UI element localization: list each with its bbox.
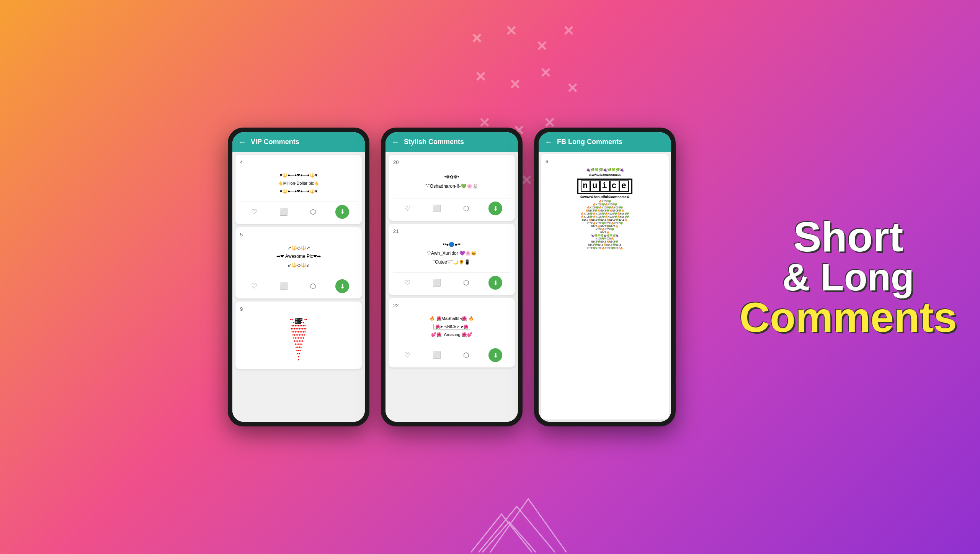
cross-decoration: ✕ (505, 23, 517, 39)
copy-btn-4[interactable]: ⬜ (276, 206, 291, 218)
stylish-header: ← Stylish Comments (385, 132, 518, 152)
card-number-4: 4 (240, 159, 357, 165)
promo-text-container: Short & Long Comments (740, 216, 957, 338)
cross-decoration: ✕ (563, 23, 574, 39)
card-22-content: 🔥-🌺MaShall𝔄н🌺-🔥 🌺➤-≺NICE≻-➤🌺 💕🌺- Amazing… (393, 311, 510, 342)
download-btn-21[interactable]: ⬇ (488, 276, 502, 290)
card-4-content: ♥️🔱●—●❤●—●🔱♥️ 👆Million-Dollar pic👆 ♥️🔱●—… (240, 168, 357, 198)
back-arrow-vip[interactable]: ← (238, 138, 246, 146)
vip-card-9: 9 ◆◆ Nice ◆◆ ◆Pic◆◆ ◆◆◆◆◆◆◆◆◆ ◆◆◆◆◆◆◆◆◆◆… (235, 302, 362, 369)
like-btn-20[interactable]: ♡ (401, 203, 413, 214)
card-number-22: 22 (393, 303, 510, 308)
cross-decoration: ✕ (540, 65, 551, 81)
card-5-content: ↗🔱◇🔱↗ ➡❤ Awesome Pic❤➡ ↙🔱◇🔱↙ (240, 241, 357, 273)
card-20-content: •❁✿❁• ˘·˘Oshadharon-!!-💚🌸🐰 (393, 168, 510, 195)
card-number-5: 5 (240, 232, 357, 238)
vip-content: 4 ♥️🔱●—●❤●—●🔱♥️ 👆Million-Dollar pic👆 ♥️🔱… (232, 152, 365, 422)
cross-decoration: ✕ (536, 38, 547, 54)
card-number-9: 9 (240, 306, 357, 312)
promo-short: Short (740, 216, 957, 258)
like-btn-4[interactable]: ♡ (248, 206, 260, 218)
vip-phone: ← VIP Comments 4 ♥️🔱●—●❤●—●🔱♥️ 👆Million-… (228, 128, 369, 426)
fb-nice-content: 🍇🌿🍀🌿🍇🌿🍀🌿🍇 ♻wōw♻awesome♻ nuice ♻wōw♻beaut… (546, 167, 664, 250)
copy-btn-21[interactable]: ⬜ (430, 277, 444, 288)
share-btn-22[interactable]: ⬡ (460, 349, 472, 361)
cross-decoration: ✕ (509, 77, 521, 93)
vip-header: ← VIP Comments (232, 132, 365, 152)
share-btn-4[interactable]: ⬡ (307, 206, 319, 218)
stylish-content: 20 •❁✿❁• ˘·˘Oshadharon-!!-💚🌸🐰 ♡ ⬜ ⬡ ⬇ (385, 152, 518, 422)
vip-card-4: 4 ♥️🔱●—●❤●—●🔱♥️ 👆Million-Dollar pic👆 ♥️🔱… (235, 155, 362, 224)
stylish-header-title: Stylish Comments (404, 138, 464, 146)
copy-btn-5[interactable]: ⬜ (276, 280, 291, 292)
cross-decoration: ✕ (475, 69, 486, 85)
share-btn-20[interactable]: ⬡ (460, 203, 472, 214)
phones-container: ← VIP Comments 4 ♥️🔱●—●❤●—●🔱♥️ 👆Million-… (228, 128, 676, 426)
vip-header-title: VIP Comments (251, 138, 299, 146)
back-arrow-fb[interactable]: ← (545, 138, 552, 146)
like-btn-22[interactable]: ♡ (401, 349, 413, 361)
copy-btn-22[interactable]: ⬜ (430, 349, 444, 361)
stylish-card-22: 22 🔥-🌺MaShall𝔄н🌺-🔥 🌺➤-≺NICE≻-➤🌺 💕🌺- Amaz… (389, 298, 515, 367)
cross-decoration: ✕ (471, 31, 482, 47)
copy-btn-20[interactable]: ⬜ (430, 203, 444, 214)
card-5-actions: ♡ ⬜ ⬡ ⬇ (240, 276, 357, 294)
card-number-21: 21 (393, 228, 510, 234)
back-arrow-stylish[interactable]: ← (392, 138, 399, 146)
stylish-card-20: 20 •❁✿❁• ˘·˘Oshadharon-!!-💚🌸🐰 ♡ ⬜ ⬡ ⬇ (389, 155, 515, 221)
fb-content: 6 🍇🌿🍀🌿🍇🌿🍀🌿🍇 ♻wōw♻awesome♻ nuice ♻wōw♻bea… (539, 152, 671, 422)
card-21-actions: ♡ ⬜ ⬡ ⬇ (393, 272, 510, 290)
fb-card-6: 6 🍇🌿🍀🌿🍇🌿🍀🌿🍇 ♻wōw♻awesome♻ nuice ♻wōw♻bea… (541, 154, 669, 420)
stylish-screen: ← Stylish Comments 20 •❁✿❁• ˘·˘Oshadharo… (385, 132, 518, 422)
fb-card-number: 6 (546, 159, 664, 164)
stylish-phone: ← Stylish Comments 20 •❁✿❁• ˘·˘Oshadharo… (381, 128, 523, 426)
like-btn-21[interactable]: ♡ (401, 277, 413, 288)
card-4-actions: ♡ ⬜ ⬡ ⬇ (240, 202, 357, 220)
share-btn-21[interactable]: ⬡ (460, 277, 472, 288)
stylish-card-21: 21 ••●🔵●•• ♡Awh_Xun'dor 💜🌸🐱 ˘Cutee♡˘🌙🌻📱 … (389, 224, 515, 295)
promo-comments: Comments (740, 296, 957, 338)
card-22-actions: ♡ ⬜ ⬡ ⬇ (393, 345, 510, 363)
share-btn-5[interactable]: ⬡ (307, 280, 319, 292)
vip-screen: ← VIP Comments 4 ♥️🔱●—●❤●—●🔱♥️ 👆Million-… (232, 132, 365, 422)
like-btn-5[interactable]: ♡ (248, 280, 260, 292)
card-21-content: ••●🔵●•• ♡Awh_Xun'dor 💜🌸🐱 ˘Cutee♡˘🌙🌻📱 (393, 237, 510, 269)
fb-header-title: FB Long Comments (557, 138, 622, 146)
promo-and-long: & Long (740, 258, 957, 296)
geo-decoration (471, 468, 567, 554)
download-btn-5[interactable]: ⬇ (335, 279, 349, 293)
fb-screen: ← FB Long Comments 6 🍇🌿🍀🌿🍇🌿🍀🌿🍇 ♻wōw♻awes… (539, 132, 671, 422)
card-9-content: ◆◆ Nice ◆◆ ◆Pic◆◆ ◆◆◆◆◆◆◆◆◆ ◆◆◆◆◆◆◆◆◆◆ ◆… (240, 315, 357, 364)
fb-header: ← FB Long Comments (539, 132, 671, 152)
vip-card-5: 5 ↗🔱◇🔱↗ ➡❤ Awesome Pic❤➡ ↙🔱◇🔱↙ ♡ ⬜ ⬡ ⬇ (235, 227, 362, 298)
card-number-20: 20 (393, 159, 510, 165)
download-btn-20[interactable]: ⬇ (488, 202, 502, 215)
download-btn-22[interactable]: ⬇ (488, 348, 502, 362)
cross-decoration: ✕ (567, 80, 578, 97)
fb-phone: ← FB Long Comments 6 🍇🌿🍀🌿🍇🌿🍀🌿🍇 ♻wōw♻awes… (534, 128, 676, 426)
download-btn-4[interactable]: ⬇ (335, 205, 349, 219)
card-20-actions: ♡ ⬜ ⬡ ⬇ (393, 198, 510, 216)
